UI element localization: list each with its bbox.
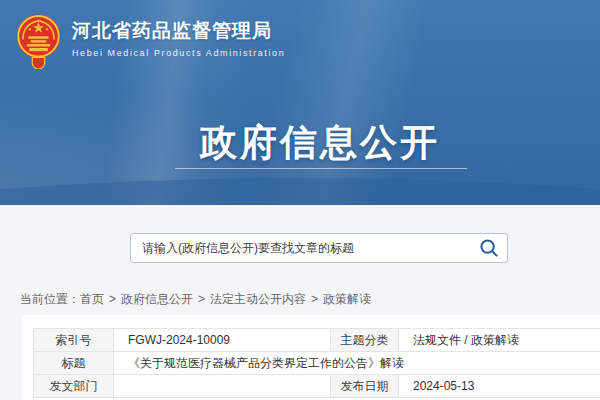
- page-title: 政府信息公开: [0, 118, 600, 168]
- doc-title-value: 《关于规范医疗器械产品分类界定工作的公告》解读: [114, 352, 600, 375]
- breadcrumb-item-statutory-content[interactable]: 法定主动公开内容: [210, 292, 306, 306]
- issuing-department-label: 发文部门: [34, 375, 114, 398]
- publish-date-label: 发布日期: [331, 375, 399, 398]
- doc-info-table: 索引号 FGWJ-2024-10009 主题分类 法规文件 / 政策解读 标题 …: [33, 328, 600, 398]
- breadcrumb-separator: >: [109, 292, 116, 306]
- breadcrumb-separator: >: [198, 292, 205, 306]
- hero-dark-wave: [0, 178, 600, 205]
- publish-date-value: 2024-05-13: [399, 375, 600, 398]
- table-row: 索引号 FGWJ-2024-10009 主题分类 法规文件 / 政策解读: [34, 329, 600, 352]
- search-icon: [479, 238, 499, 258]
- issuing-department-value: [114, 375, 331, 398]
- national-emblem-icon: [15, 13, 62, 69]
- topic-category-value: 法规文件 / 政策解读: [399, 329, 600, 352]
- breadcrumb-item-home[interactable]: 首页: [80, 292, 104, 306]
- table-row: 发文部门 发布日期 2024-05-13: [34, 375, 600, 398]
- index-number-label: 索引号: [34, 329, 114, 352]
- doc-title-label: 标题: [34, 352, 114, 375]
- site-title: 河北省药品监督管理局: [72, 18, 285, 44]
- breadcrumb-item-info-disclosure[interactable]: 政府信息公开: [121, 292, 193, 306]
- index-number-value: FGWJ-2024-10009: [114, 329, 331, 352]
- search-input[interactable]: [131, 234, 471, 262]
- breadcrumb: 当前位置：首页>政府信息公开>法定主动公开内容>政策解读: [20, 291, 371, 308]
- breadcrumb-label: 当前位置：: [20, 292, 80, 306]
- site-subtitle: Hebei Medical Products Administration: [72, 48, 285, 58]
- breadcrumb-separator: >: [311, 292, 318, 306]
- table-row: 标题 《关于规范医疗器械产品分类界定工作的公告》解读: [34, 352, 600, 375]
- search-box: [130, 233, 508, 263]
- site-logo-link[interactable]: 河北省药品监督管理局 Hebei Medical Products Admini…: [15, 13, 285, 69]
- banner-divider: [175, 168, 467, 169]
- hero-banner: 河北省药品监督管理局 Hebei Medical Products Admini…: [0, 0, 600, 205]
- search-button[interactable]: [471, 234, 507, 262]
- content-card: 索引号 FGWJ-2024-10009 主题分类 法规文件 / 政策解读 标题 …: [22, 315, 600, 400]
- breadcrumb-item-policy-interpretation[interactable]: 政策解读: [323, 292, 371, 306]
- topic-category-label: 主题分类: [331, 329, 399, 352]
